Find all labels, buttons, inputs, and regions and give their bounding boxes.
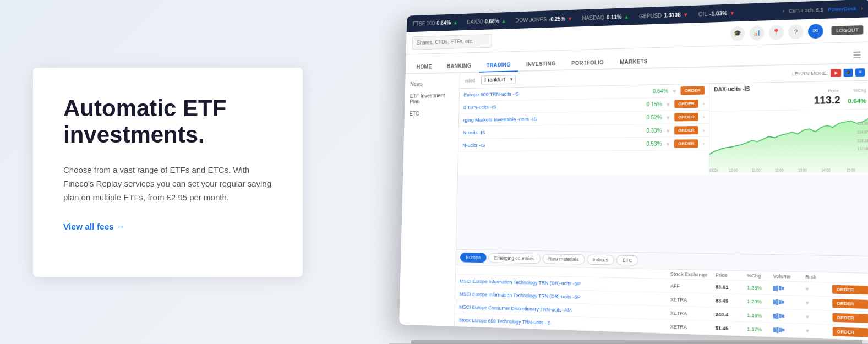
sidebar-item-etc[interactable]: ETC — [405, 107, 459, 119]
tab-home[interactable]: HOME — [410, 61, 439, 74]
tab-portfolio[interactable]: PORTFOLIO — [564, 56, 612, 70]
tab-trading[interactable]: TRADING — [479, 58, 518, 73]
order-btn-2[interactable]: ORDER — [674, 100, 698, 108]
tab-markets[interactable]: MARKETS — [612, 55, 655, 69]
tab-banking[interactable]: BANKING — [440, 59, 478, 73]
order-btn-b4[interactable]: ORDER — [833, 327, 868, 337]
volume-bars-3 — [773, 313, 806, 319]
headline: Automatic ETF investments. — [63, 95, 272, 149]
bottom-exchange-3: XETRA — [670, 310, 716, 317]
etf-pct-4: 0.33% — [642, 128, 662, 134]
ticker-item-nasdaq: NASDAQ 0.11% ▲ — [582, 13, 629, 21]
youtube-icon[interactable]: ▶ — [831, 69, 841, 77]
help-icon: ? — [788, 24, 803, 39]
search-input[interactable] — [412, 34, 493, 50]
bottom-pct-1: 1.35% — [747, 285, 773, 291]
ticker-item-gbpusd: GBPUSD 1.3108 ▼ — [639, 12, 689, 19]
etf-name-4: N-ucits -IS — [463, 128, 638, 135]
ticker-right: › Curr. Exch. £:$ PowerDesk › — [783, 6, 863, 14]
bottom-exchange-1: AFF — [670, 283, 716, 290]
chevron-right-icon-3: › — [703, 114, 705, 119]
filter-tab-indices[interactable]: Indices — [587, 255, 614, 265]
heart-icon-b2[interactable]: ♥ — [806, 299, 833, 307]
order-btn-b3[interactable]: ORDER — [832, 313, 868, 323]
order-btn-5[interactable]: ORDER — [674, 139, 698, 148]
filter-tab-etc[interactable]: ETC — [616, 255, 638, 265]
platform-mockup: FTSE 100 0.64% ▲ DAX30 0.68% ▲ DOW JONES… — [389, 6, 868, 344]
etf-pct-2: 0.15% — [642, 101, 662, 107]
tab-investing[interactable]: INVESTING — [519, 57, 563, 72]
svg-text:114.87: 114.87 — [857, 130, 868, 134]
chevron-right-icon-4: › — [703, 127, 705, 133]
platform-screen: FTSE 100 0.64% ▲ DAX30 0.68% ▲ DOW JONES… — [399, 0, 868, 340]
bottom-section: Europe Emerging countries Raw materials … — [455, 249, 868, 341]
etf-pct-3: 0.52% — [642, 114, 662, 121]
learn-more: LEARN MORE: ▶ 🎓 👁 — [792, 68, 865, 78]
bottom-pct-4: 1.12% — [747, 326, 773, 332]
order-btn-3[interactable]: ORDER — [674, 113, 698, 122]
etf-row-4: N-ucits -IS 0.33% ♥ ORDER › — [458, 124, 709, 139]
ticker-item-ftse: FTSE 100 0.64% ▲ — [413, 19, 458, 26]
svg-text:13:00: 13:00 — [798, 168, 807, 172]
price-label: Price — [828, 88, 839, 94]
svg-text:12:00: 12:00 — [775, 168, 784, 172]
chart-header: DAX-ucits -IS Price %Chg 113.2 0.64% — [709, 81, 868, 112]
filter-tab-emerging[interactable]: Emerging countries — [488, 253, 541, 264]
chart-pct-value: 0.64% — [848, 97, 866, 105]
order-btn-b2[interactable]: ORDER — [832, 299, 868, 309]
bottom-etf-name-3: MSCI Europe Consumer Discretionary TRN-u… — [459, 304, 670, 315]
dropdown-chevron-icon: ▼ — [509, 77, 514, 82]
bottom-exchange-4: XETRA — [670, 324, 715, 331]
order-btn-1[interactable]: ORDER — [681, 86, 705, 95]
eye-icon[interactable]: 👁 — [855, 68, 865, 77]
heart-icon-5[interactable]: ♥ — [667, 140, 670, 147]
sidebar-item-etf-plan[interactable]: ETF Investment Plan — [405, 89, 459, 108]
hamburger-icon[interactable]: ☰ — [848, 47, 866, 63]
mail-icon[interactable]: ✉ — [808, 24, 823, 39]
heart-icon-b3[interactable]: ♥ — [806, 314, 833, 321]
volume-bars-1 — [773, 285, 806, 292]
chevron-right-icon-2: › — [703, 101, 705, 106]
bottom-etf-name-4: Stoxx Europe 600 Technology TRN-ucits -I… — [459, 317, 670, 329]
view-fees-link[interactable]: View all fees → — [63, 222, 125, 232]
order-btn-4[interactable]: ORDER — [674, 126, 698, 134]
laptop-keyboard — [411, 340, 862, 344]
heart-icon-3[interactable]: ♥ — [667, 114, 670, 121]
bottom-pct-2: 1.20% — [747, 298, 773, 305]
heart-icon-2[interactable]: ♥ — [667, 101, 670, 107]
exchange-dropdown[interactable]: Frankfurt ▼ — [481, 75, 516, 85]
bottom-price-3: 240.4 — [716, 311, 747, 318]
chart-name: DAX-ucits -IS — [714, 86, 750, 92]
svg-text:15:00: 15:00 — [846, 168, 855, 172]
heart-icon-1[interactable]: ♥ — [673, 88, 676, 94]
ticker-item-dax: DAX30 0.68% ▲ — [467, 18, 506, 25]
heart-icon-b1[interactable]: ♥ — [805, 286, 832, 293]
svg-text:10:00: 10:00 — [729, 168, 738, 172]
heart-icon-b4[interactable]: ♥ — [806, 327, 833, 335]
order-btn-b1[interactable]: ORDER — [832, 285, 868, 295]
main-content: nded Frankfurt ▼ LEARN MORE: ▶ 🎓 👁 — [455, 64, 868, 341]
graduation-icon: 🎓 — [730, 26, 745, 41]
bottom-etf-name-2: MSCI Europe Information Technology TRN (… — [460, 291, 670, 302]
bottom-pct-3: 1.16% — [747, 312, 773, 319]
svg-text:112.08: 112.08 — [858, 147, 868, 151]
chart-panel: DAX-ucits -IS Price %Chg 113.2 0.64% — [709, 81, 868, 175]
volume-bars-2 — [773, 299, 806, 305]
book-icon[interactable]: 🎓 — [843, 68, 853, 77]
bottom-price-4: 51.45 — [716, 325, 747, 331]
filter-tab-europe[interactable]: Europe — [460, 253, 487, 263]
svg-text:09:00: 09:00 — [709, 168, 718, 172]
sidebar-item-news[interactable]: News — [405, 77, 460, 90]
volume-bars-4 — [773, 327, 806, 334]
chart-price-section: Price %Chg 113.2 0.64% — [814, 84, 867, 107]
etf-pct-5: 0.53% — [642, 141, 662, 147]
filter-tab-raw[interactable]: Raw materials — [543, 254, 585, 264]
description: Choose from a vast range of ETFs and ETC… — [63, 163, 272, 204]
left-card: Automatic ETF investments. Choose from a… — [33, 68, 303, 277]
logout-button[interactable]: LOGOUT — [831, 25, 863, 35]
heart-icon-4[interactable]: ♥ — [667, 127, 670, 134]
ticker-item-dow: DOW JONES -0.25% ▼ — [515, 15, 572, 23]
location-icon: 📍 — [769, 25, 784, 40]
svg-text:113.18: 113.18 — [857, 139, 868, 143]
nav-icons: 🎓 📊 📍 ? ✉ LOGOUT — [730, 22, 864, 41]
